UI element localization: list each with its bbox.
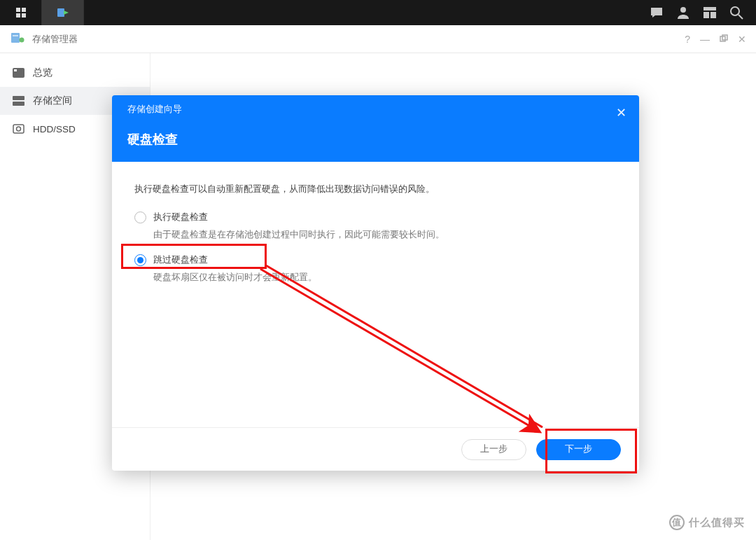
taskbar-apps-button[interactable]: [0, 0, 42, 25]
prev-button[interactable]: 上一步: [461, 439, 526, 460]
overview-icon: [13, 68, 24, 78]
minimize-icon[interactable]: —: [700, 34, 710, 45]
sidebar-item-overview[interactable]: 总览: [0, 59, 150, 87]
storage-wizard-dialog: 存储创建向导 硬盘检查 ✕ 执行硬盘检查可以自动重新配置硬盘，从而降低出现数据访…: [112, 95, 639, 471]
option-perform-check[interactable]: 执行硬盘检查: [134, 211, 617, 223]
svg-rect-18: [14, 69, 17, 71]
svg-rect-1: [22, 8, 26, 12]
radio-perform-check[interactable]: [134, 212, 146, 223]
next-button[interactable]: 下一步: [536, 439, 621, 460]
disk-icon: [13, 124, 24, 134]
watermark-text: 什么值得买: [689, 516, 745, 529]
svg-rect-7: [704, 7, 716, 11]
user-icon[interactable]: [676, 6, 690, 20]
taskbar: [0, 0, 756, 25]
svg-rect-8: [704, 12, 709, 18]
option-skip-check[interactable]: 跳过硬盘检查: [134, 254, 617, 266]
svg-rect-12: [11, 33, 20, 43]
svg-rect-21: [13, 125, 24, 133]
close-icon[interactable]: ✕: [738, 34, 746, 45]
radio-skip-check[interactable]: [134, 254, 146, 266]
svg-rect-19: [13, 96, 24, 100]
chat-icon[interactable]: [650, 6, 664, 20]
svg-rect-13: [13, 35, 18, 36]
dialog-description: 执行硬盘检查可以自动重新配置硬盘，从而降低出现数据访问错误的风险。: [134, 183, 617, 195]
dialog-body: 执行硬盘检查可以自动重新配置硬盘，从而降低出现数据访问错误的风险。 执行硬盘检查…: [112, 162, 639, 427]
svg-rect-4: [57, 8, 64, 17]
option-skip-check-sub: 硬盘坏扇区仅在被访问时才会重新配置。: [153, 272, 617, 284]
dialog-header-text: 存储创建向导: [127, 104, 625, 116]
option-perform-check-sub: 由于硬盘检查是在存储池创建过程中同时执行，因此可能需要较长时间。: [153, 229, 617, 241]
watermark-icon: 值: [669, 515, 685, 530]
svg-rect-9: [710, 12, 716, 18]
dialog-header: 存储创建向导 硬盘检查 ✕: [112, 95, 639, 162]
svg-point-10: [731, 7, 739, 15]
sidebar-item-label: HDD/SSD: [33, 124, 76, 134]
search-icon[interactable]: [729, 6, 743, 20]
svg-point-14: [20, 37, 24, 42]
svg-point-22: [17, 127, 21, 131]
svg-rect-20: [13, 102, 24, 106]
maximize-icon[interactable]: [720, 34, 728, 45]
window-controls: ? — ✕: [685, 34, 746, 45]
option-label: 执行硬盘检查: [153, 211, 208, 223]
dialog-title: 硬盘检查: [127, 131, 625, 148]
taskbar-right: [650, 0, 756, 25]
svg-point-6: [680, 7, 686, 13]
svg-line-11: [738, 15, 743, 19]
storage-manager-icon: [10, 30, 25, 48]
taskbar-storage-manager-button[interactable]: [42, 0, 84, 25]
sidebar-item-label: 存储空间: [33, 95, 72, 107]
svg-rect-0: [16, 8, 20, 12]
sidebar-item-label: 总览: [33, 67, 52, 79]
svg-marker-5: [64, 11, 69, 15]
svg-rect-3: [22, 13, 26, 18]
dialog-footer: 上一步 下一步: [112, 427, 639, 471]
widgets-icon[interactable]: [703, 6, 717, 20]
window-title: 存储管理器: [32, 33, 678, 46]
taskbar-left: [0, 0, 84, 25]
help-icon[interactable]: ?: [685, 34, 690, 45]
storage-icon: [13, 96, 24, 106]
dialog-close-icon[interactable]: ✕: [616, 105, 626, 120]
watermark: 值 什么值得买: [669, 515, 745, 530]
option-label: 跳过硬盘检查: [153, 254, 208, 266]
svg-rect-2: [16, 13, 20, 18]
window-header: 存储管理器 ? — ✕: [0, 25, 756, 53]
